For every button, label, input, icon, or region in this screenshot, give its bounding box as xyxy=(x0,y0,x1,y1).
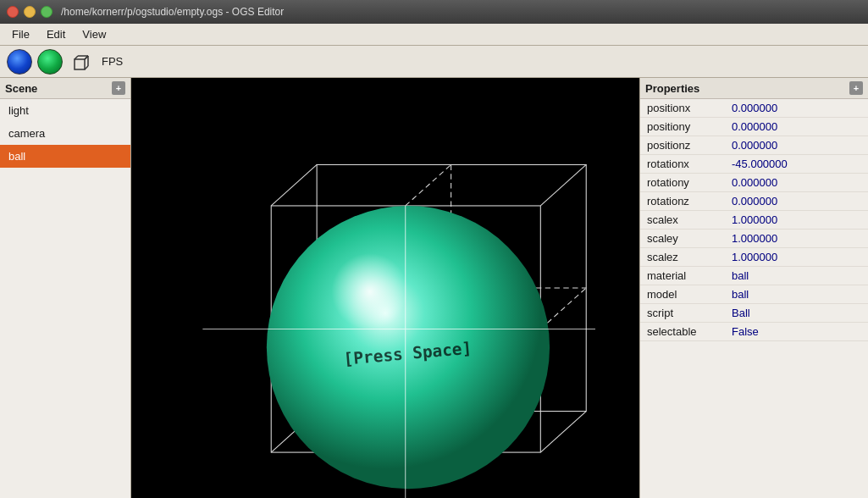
prop-name: positionx xyxy=(647,102,732,114)
cube-icon[interactable] xyxy=(68,49,93,75)
prop-value[interactable]: 1.000000 xyxy=(732,213,777,226)
prop-row[interactable]: rotationz0.000000 xyxy=(640,192,868,211)
prop-value[interactable]: ball xyxy=(732,269,749,282)
prop-row[interactable]: selectableFalse xyxy=(640,323,868,341)
scene-panel: Scene + light camera ball xyxy=(0,78,131,498)
prop-name: model xyxy=(647,288,732,301)
prop-row[interactable]: positionz0.000000 xyxy=(640,136,868,155)
main-area: Scene + light camera ball xyxy=(0,78,868,498)
prop-name: positiony xyxy=(647,120,732,133)
prop-name: script xyxy=(647,307,732,319)
fps-label: FPS xyxy=(102,55,123,68)
menu-view[interactable]: View xyxy=(74,25,114,43)
prop-row[interactable]: scalex1.000000 xyxy=(640,211,868,230)
prop-value[interactable]: 0.000000 xyxy=(732,120,777,133)
prop-row[interactable]: modelball xyxy=(640,285,868,304)
menubar: File Edit View xyxy=(0,24,868,46)
prop-value[interactable]: -45.000000 xyxy=(732,158,788,170)
prop-row[interactable]: rotationx-45.000000 xyxy=(640,155,868,174)
prop-value[interactable]: 0.000000 xyxy=(732,139,777,152)
prop-name: rotationy xyxy=(647,176,732,189)
sphere-blue-icon[interactable] xyxy=(7,49,32,75)
prop-row[interactable]: positiony0.000000 xyxy=(640,118,868,136)
prop-name: material xyxy=(647,269,732,282)
svg-rect-0 xyxy=(75,59,85,69)
menu-edit[interactable]: Edit xyxy=(38,25,74,43)
properties-panel: Properties + positionx0.000000positiony0… xyxy=(639,78,868,498)
scene-item-ball[interactable]: ball xyxy=(0,145,130,168)
prop-row[interactable]: scaley1.000000 xyxy=(640,230,868,248)
prop-value[interactable]: Ball xyxy=(732,307,750,319)
prop-value[interactable]: 1.000000 xyxy=(732,232,777,245)
properties-header: Properties + xyxy=(640,78,868,99)
properties-add-button[interactable]: + xyxy=(849,81,863,95)
prop-name: scalez xyxy=(647,251,732,263)
prop-row[interactable]: positionx0.000000 xyxy=(640,99,868,118)
prop-row[interactable]: rotationy0.000000 xyxy=(640,174,868,192)
prop-value[interactable]: False xyxy=(732,325,759,338)
prop-value[interactable]: ball xyxy=(732,288,749,301)
toolbar: FPS xyxy=(0,46,868,78)
prop-name: rotationz xyxy=(647,195,732,208)
prop-name: scalex xyxy=(647,213,732,226)
prop-value[interactable]: 0.000000 xyxy=(732,176,777,189)
minimize-button[interactable] xyxy=(24,6,36,18)
viewport[interactable]: [Press Space] xyxy=(131,78,639,498)
prop-row[interactable]: materialball xyxy=(640,267,868,285)
prop-row[interactable]: scriptBall xyxy=(640,304,868,323)
scene-title: Scene xyxy=(5,82,37,95)
properties-title: Properties xyxy=(645,82,699,95)
close-button[interactable] xyxy=(7,6,19,18)
prop-name: positionz xyxy=(647,139,732,152)
prop-name: rotationx xyxy=(647,158,732,170)
prop-value[interactable]: 1.000000 xyxy=(732,251,777,263)
scene-items: light camera ball xyxy=(0,99,130,168)
properties-table: positionx0.000000positiony0.000000positi… xyxy=(640,99,868,498)
scene-add-button[interactable]: + xyxy=(112,81,125,95)
scene-item-camera[interactable]: camera xyxy=(0,122,130,145)
sphere-green-icon[interactable] xyxy=(37,49,63,75)
prop-name: scaley xyxy=(647,232,732,245)
prop-value[interactable]: 0.000000 xyxy=(732,195,777,208)
window-title: /home/kornerr/p/ogstudio/empty.ogs - OGS… xyxy=(61,6,284,18)
maximize-button[interactable] xyxy=(41,6,53,18)
prop-value[interactable]: 0.000000 xyxy=(732,102,777,114)
titlebar: /home/kornerr/p/ogstudio/empty.ogs - OGS… xyxy=(0,0,868,24)
prop-name: selectable xyxy=(647,325,732,338)
viewport-content: [Press Space] xyxy=(131,78,639,498)
scene-item-light[interactable]: light xyxy=(0,99,130,122)
menu-file[interactable]: File xyxy=(3,25,38,43)
prop-row[interactable]: scalez1.000000 xyxy=(640,248,868,267)
scene-header: Scene + xyxy=(0,78,130,99)
